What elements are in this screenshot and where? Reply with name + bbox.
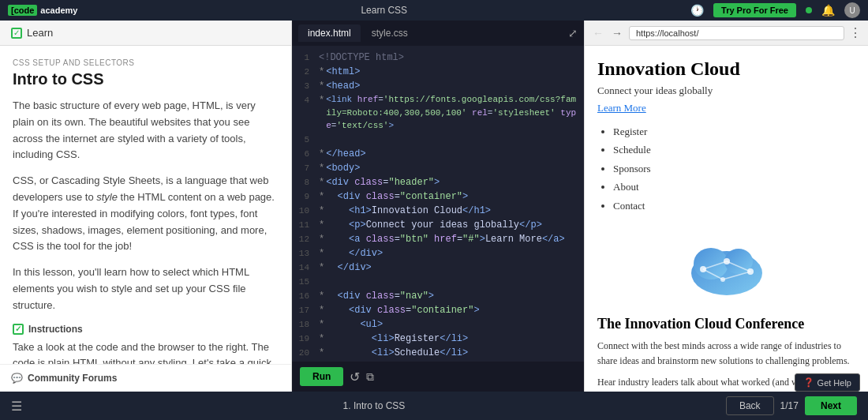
editor-tabs: index.html style.css ⤢ <box>292 21 584 46</box>
try-pro-button[interactable]: Try Pro For Free <box>713 3 796 17</box>
lesson-category: CSS SETUP AND SELECTORS <box>13 58 279 67</box>
code-line-10: 10 * <h1>Innovation Cloud</h1> <box>292 204 584 218</box>
bottom-nav-buttons: Back 1/17 Next <box>726 396 857 415</box>
next-button[interactable]: Next <box>805 396 857 415</box>
editor-tabs-left: index.html style.css <box>298 24 417 42</box>
code-area[interactable]: 1 <!DOCTYPE html> 2 * <html> 3 * <head> … <box>292 46 584 362</box>
code-line-6: 6 * </head> <box>292 147 584 161</box>
tab-index-html[interactable]: index.html <box>298 24 361 42</box>
code-line-13: 13 * </div> <box>292 246 584 261</box>
back-button[interactable]: Back <box>726 396 774 415</box>
learn-checkbox-icon <box>11 28 22 39</box>
preview-nav-item-register: Register <box>613 122 855 141</box>
svg-point-1 <box>694 248 728 279</box>
browser-content[interactable]: Innovation Cloud Connect your ideas glob… <box>585 46 868 392</box>
code-line-18: 18 * <ul> <box>292 317 584 332</box>
code-line-17: 17 * <div class="container"> <box>292 303 584 317</box>
preview-navigation: Register Schedule Sponsors About Contact <box>597 122 855 215</box>
code-line-12: 12 * <a class="btn" href="#">Learn More<… <box>292 232 584 246</box>
code-line-4: 4 * <link href='https://fonts.googleapis… <box>292 93 584 133</box>
preview-nav-item-sponsors: Sponsors <box>613 159 855 178</box>
status-dot <box>806 7 812 13</box>
code-line-16: 16 * <div class="nav"> <box>292 289 584 303</box>
nav-right: 🕐 Try Pro For Free 🔔 U <box>690 2 860 18</box>
browser-forward-button[interactable]: → <box>610 25 624 41</box>
logo-box: [code <box>8 5 37 16</box>
logo: [code academy <box>8 5 77 16</box>
editor-bottom-bar: Run ↺ ⧉ <box>292 362 584 392</box>
code-line-5: 5 <box>292 133 584 147</box>
lesson-title: Intro to CSS <box>13 70 279 88</box>
code-line-8: 8 * <div class="header"> <box>292 175 584 189</box>
main-layout: Learn CSS SETUP AND SELECTORS Intro to C… <box>0 21 868 392</box>
logo-text: academy <box>40 6 77 15</box>
code-line-11: 11 * <p>Connect your ideas globally</p> <box>292 218 584 232</box>
sidebar-content[interactable]: CSS SETUP AND SELECTORS Intro to CSS The… <box>0 46 291 364</box>
instructions-checkbox-icon <box>13 324 24 335</box>
code-line-19: 19 * <li>Register</li> <box>292 332 584 346</box>
lesson-nav-label: 1. Intro to CSS <box>343 400 406 411</box>
cloud-illustration <box>597 226 855 305</box>
preview-nav-item-about: About <box>613 178 855 196</box>
refresh-icon[interactable]: ↺ <box>350 369 360 384</box>
lesson-para-3: In this lesson, you'll learn how to sele… <box>13 264 279 313</box>
tab-style-css[interactable]: style.css <box>362 24 417 42</box>
instructions-para-1: Take a look at the code and the browser … <box>13 339 279 364</box>
help-label: Get Help <box>817 378 851 388</box>
lesson-para-1: The basic structure of every web page, H… <box>13 98 279 163</box>
page-indicator: 1/17 <box>780 400 799 411</box>
bottom-bar: ☰ 1. Intro to CSS Back 1/17 Next <box>0 392 868 420</box>
sidebar-header: Learn <box>0 21 291 46</box>
preview-conference-para1: Connect with the best minds across a wid… <box>597 339 855 369</box>
code-line-9: 9 * <div class="container"> <box>292 189 584 204</box>
bell-icon[interactable]: 🔔 <box>821 4 835 17</box>
clock-icon[interactable]: 🕐 <box>690 4 704 17</box>
expand-icon[interactable]: ⤢ <box>568 27 578 39</box>
run-button[interactable]: Run <box>300 367 343 386</box>
lesson-para-2: CSS, or Cascading Style Sheets, is a lan… <box>13 173 279 255</box>
page-title: Learn CSS <box>361 5 407 16</box>
community-section[interactable]: 💬 Community Forums <box>0 364 291 392</box>
code-line-14: 14 * </div> <box>292 261 584 275</box>
community-label: Community Forums <box>28 373 117 384</box>
cloud-svg <box>679 226 774 305</box>
code-line-3: 3 * <head> <box>292 79 584 93</box>
browser-menu-icon[interactable]: ⋮ <box>849 25 862 40</box>
code-line-1: 1 <!DOCTYPE html> <box>292 51 584 65</box>
editor-panel: index.html style.css ⤢ 1 <!DOCTYPE html>… <box>292 21 584 392</box>
copy-icon[interactable]: ⧉ <box>366 370 374 384</box>
browser-panel: ← → ⋮ Innovation Cloud Connect your idea… <box>584 21 868 392</box>
hamburger-icon[interactable]: ☰ <box>11 399 22 414</box>
get-help-button[interactable]: ❓ Get Help <box>795 373 860 392</box>
top-navigation: [code academy Learn CSS 🕐 Try Pro For Fr… <box>0 0 868 21</box>
preview-learn-more-link[interactable]: Learn More <box>597 102 855 114</box>
preview-nav-item-schedule: Schedule <box>613 141 855 159</box>
preview-main-title: Innovation Cloud <box>597 58 855 80</box>
sidebar: Learn CSS SETUP AND SELECTORS Intro to C… <box>0 21 292 392</box>
url-bar[interactable] <box>629 26 844 40</box>
preview-conference-title: The Innovation Cloud Conference <box>597 316 855 332</box>
code-line-20: 20 * <li>Schedule</li> <box>292 346 584 360</box>
code-line-2: 2 * <html> <box>292 65 584 79</box>
help-icon: ❓ <box>803 377 814 388</box>
code-line-7: 7 * <body> <box>292 161 584 175</box>
preview-nav-item-contact: Contact <box>613 197 855 215</box>
browser-toolbar: ← → ⋮ <box>585 21 868 46</box>
code-line-15: 15 <box>292 275 584 289</box>
preview-subtitle: Connect your ideas globally <box>597 84 855 97</box>
sidebar-learn-label: Learn <box>27 27 53 39</box>
browser-back-button[interactable]: ← <box>591 25 605 41</box>
community-icon: 💬 <box>11 373 23 384</box>
avatar[interactable]: U <box>844 2 860 18</box>
instructions-label: Instructions <box>13 324 279 335</box>
